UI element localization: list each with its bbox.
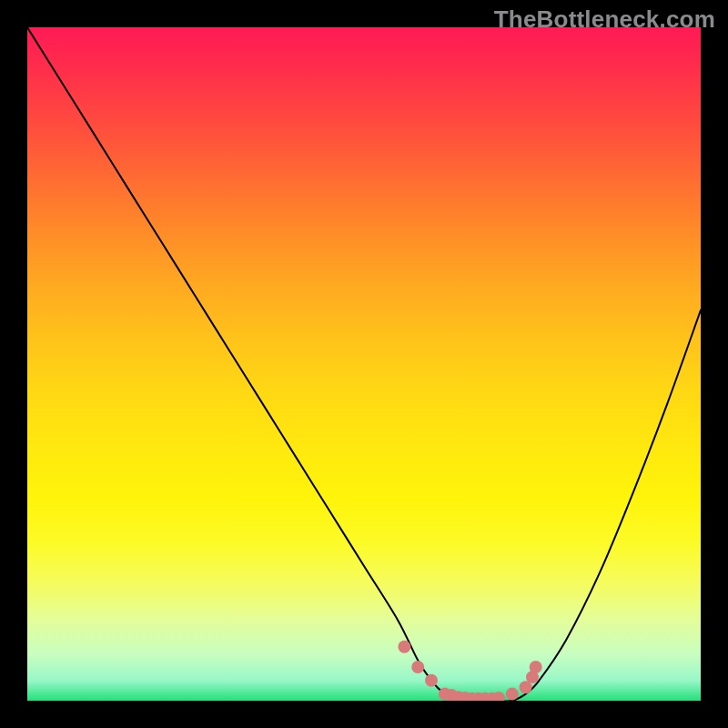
plot-area bbox=[27, 27, 701, 701]
chart-frame: TheBottleneck.com bbox=[0, 0, 728, 728]
bottleneck-curve bbox=[27, 27, 701, 701]
valley-markers bbox=[398, 641, 541, 701]
curve-layer bbox=[27, 27, 701, 701]
valley-marker bbox=[411, 661, 424, 673]
valley-marker bbox=[530, 661, 542, 673]
valley-marker bbox=[506, 688, 519, 701]
watermark-text: TheBottleneck.com bbox=[494, 5, 715, 34]
valley-marker bbox=[425, 674, 438, 687]
valley-marker bbox=[398, 641, 410, 653]
